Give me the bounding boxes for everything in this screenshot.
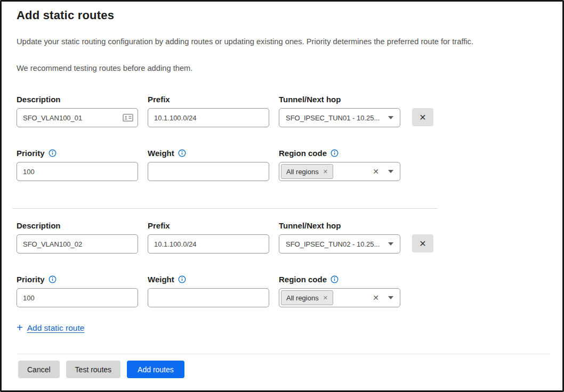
info-icon[interactable]	[331, 275, 339, 283]
info-icon[interactable]	[331, 149, 339, 157]
tunnel-select[interactable]: SFO_IPSEC_TUN02 - 10.25...	[279, 234, 400, 254]
info-icon[interactable]	[178, 149, 186, 157]
chip-remove-icon[interactable]: ✕	[323, 295, 328, 301]
add-routes-button[interactable]: Add routes	[127, 361, 184, 378]
weight-label: Weight	[148, 149, 174, 158]
region-code-select[interactable]: All regions ✕ ✕	[279, 288, 400, 307]
priority-input[interactable]	[17, 162, 138, 181]
chevron-down-icon	[388, 296, 393, 299]
description-label: Description	[17, 94, 138, 104]
intro-text: Update your static routing configuration…	[17, 37, 552, 46]
chevron-down-icon	[388, 116, 393, 119]
plus-icon: +	[17, 322, 23, 333]
region-chip-label: All regions	[286, 168, 319, 176]
weight-input[interactable]	[148, 288, 269, 307]
add-static-route-label: Add static route	[27, 323, 85, 333]
page-title: Add static routes	[17, 9, 114, 22]
note-text: We recommend testing routes before addin…	[17, 64, 192, 72]
region-code-label: Region code	[279, 275, 327, 284]
route-1-weight-field: Weight	[148, 148, 269, 181]
entry-divider	[12, 208, 438, 209]
route-2-tunnel-field: Tunnel/Next hop SFO_IPSEC_TUN02 - 10.25.…	[279, 220, 400, 254]
cancel-button[interactable]: Cancel	[18, 361, 60, 378]
close-icon: ✕	[419, 239, 426, 249]
route-1-prefix-field: Prefix	[148, 94, 269, 127]
info-icon[interactable]	[178, 275, 186, 283]
description-input[interactable]	[17, 108, 138, 127]
chip-remove-icon[interactable]: ✕	[323, 168, 328, 175]
route-1-main-row: Description Prefix	[17, 94, 452, 127]
priority-label: Priority	[17, 275, 45, 284]
weight-label: Weight	[148, 275, 174, 284]
chevron-down-icon	[388, 170, 393, 173]
route-2-priority-field: Priority	[17, 274, 138, 307]
route-1-delete-field: ✕	[410, 94, 433, 127]
description-label: Description	[17, 220, 138, 231]
route-1-description-field: Description	[17, 94, 138, 127]
add-static-routes-dialog: Add static routes Update your static rou…	[0, 0, 564, 392]
prefix-input[interactable]	[148, 234, 269, 254]
region-chip-label: All regions	[286, 294, 319, 302]
tunnel-select-value: SFO_IPSEC_TUN02 - 10.25...	[286, 240, 388, 248]
tunnel-label: Tunnel/Next hop	[279, 94, 400, 104]
tunnel-select-value: SFO_IPSEC_TUN01 - 10.25...	[286, 114, 388, 122]
region-chip: All regions ✕	[281, 164, 333, 179]
footer-divider	[18, 354, 550, 354]
contact-card-icon[interactable]	[123, 113, 133, 122]
route-2-prefix-field: Prefix	[148, 220, 269, 254]
footer-buttons: Cancel Test routes Add routes	[18, 361, 184, 378]
route-2-main-row: Description Prefix Tunnel/Next hop SFO_I…	[17, 220, 452, 254]
route-2-weight-field: Weight	[148, 274, 269, 307]
route-2-region-field: Region code All regions ✕ ✕	[279, 274, 400, 307]
add-static-route-link[interactable]: + Add static route	[17, 323, 84, 333]
delete-route-button[interactable]: ✕	[412, 108, 433, 126]
delete-route-button[interactable]: ✕	[412, 234, 433, 252]
close-icon: ✕	[419, 112, 426, 123]
chevron-down-icon	[388, 242, 393, 246]
description-input[interactable]	[17, 234, 138, 254]
route-1-priority-field: Priority	[17, 148, 138, 181]
region-code-label: Region code	[279, 149, 327, 158]
region-code-select[interactable]: All regions ✕ ✕	[279, 162, 400, 181]
tunnel-label: Tunnel/Next hop	[279, 220, 400, 231]
route-2-secondary-row: Priority Weight	[17, 274, 452, 307]
prefix-label: Prefix	[148, 94, 269, 104]
info-icon[interactable]	[49, 275, 57, 283]
priority-label: Priority	[17, 149, 45, 158]
tunnel-select[interactable]: SFO_IPSEC_TUN01 - 10.25...	[279, 108, 400, 127]
priority-input[interactable]	[17, 288, 138, 307]
route-entry-2: Description Prefix Tunnel/Next hop SFO_I…	[17, 220, 452, 307]
clear-icon[interactable]: ✕	[373, 293, 379, 302]
region-chip: All regions ✕	[281, 290, 333, 305]
route-1-region-field: Region code All regions ✕ ✕	[279, 148, 400, 181]
route-2-description-field: Description	[17, 220, 138, 254]
test-routes-button[interactable]: Test routes	[66, 361, 120, 378]
info-icon[interactable]	[49, 149, 57, 157]
weight-input[interactable]	[148, 162, 269, 181]
route-2-delete-field: ✕	[410, 220, 433, 254]
prefix-label: Prefix	[148, 220, 269, 231]
route-1-secondary-row: Priority Weight	[17, 148, 452, 181]
prefix-input[interactable]	[148, 108, 269, 127]
route-1-tunnel-field: Tunnel/Next hop SFO_IPSEC_TUN01 - 10.25.…	[279, 94, 400, 127]
route-entry-1: Description Prefix	[17, 94, 452, 181]
clear-icon[interactable]: ✕	[373, 167, 379, 176]
